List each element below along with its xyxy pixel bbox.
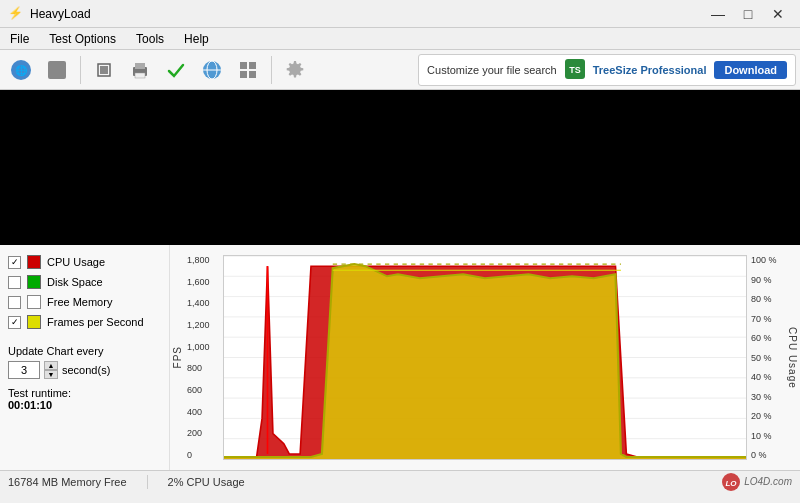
fps-tick-1200: 1,200 xyxy=(187,320,219,330)
cpu-tick-70: 70 % xyxy=(751,314,783,324)
svg-rect-13 xyxy=(240,71,247,78)
app-icon: ⚡ xyxy=(8,6,24,22)
cpu-checkbox[interactable] xyxy=(8,256,21,269)
cpu-tick-10: 10 % xyxy=(751,431,783,441)
menu-bar: File Test Options Tools Help xyxy=(0,28,800,50)
download-button[interactable]: Download xyxy=(714,61,787,79)
fps-axis-label: FPS xyxy=(170,341,185,373)
fps-checkbox[interactable] xyxy=(8,316,21,329)
close-button[interactable]: ✕ xyxy=(764,3,792,25)
toolbar-cpu-button[interactable] xyxy=(87,54,121,86)
fps-tick-0: 0 xyxy=(187,450,219,460)
svg-rect-14 xyxy=(249,71,256,78)
main-content: CPU Usage Disk Space Free Memory Frames … xyxy=(0,245,800,470)
legend-item-cpu: CPU Usage xyxy=(8,255,161,269)
chart-svg xyxy=(224,256,746,459)
fps-tick-600: 600 xyxy=(187,385,219,395)
toolbar-separator-1 xyxy=(80,56,81,84)
status-separator xyxy=(147,475,148,489)
window-controls: — □ ✕ xyxy=(704,3,792,25)
promo-text: Customize your file search xyxy=(427,64,557,76)
cpu-color-swatch xyxy=(27,255,41,269)
cpu-axis-label: CPU Usage xyxy=(785,322,800,394)
svg-rect-4 xyxy=(100,66,108,74)
toolbar: 🌐 Customize your file search TS TreeSize… xyxy=(0,50,800,90)
toolbar-settings-button[interactable] xyxy=(278,54,312,86)
toolbar-print-button[interactable] xyxy=(123,54,157,86)
menu-tools[interactable]: Tools xyxy=(126,30,174,48)
cpu-axis-ticks: 100 % 90 % 80 % 70 % 60 % 50 % 40 % 30 %… xyxy=(749,250,785,465)
legend-item-fps: Frames per Second xyxy=(8,315,161,329)
fps-axis-ticks: 1,800 1,600 1,400 1,200 1,000 800 600 40… xyxy=(185,250,221,465)
cpu-tick-0: 0 % xyxy=(751,450,783,460)
svg-rect-2 xyxy=(48,61,66,79)
lo4d-badge: LO LO4D.com xyxy=(721,472,792,492)
treesize-icon: TS xyxy=(565,59,585,81)
memory-color-swatch xyxy=(27,295,41,309)
update-section: Update Chart every ▲ ▼ second(s) Test ru… xyxy=(8,345,161,411)
memory-label: Free Memory xyxy=(47,296,112,308)
maximize-button[interactable]: □ xyxy=(734,3,762,25)
memory-free-status: 16784 MB Memory Free xyxy=(8,476,127,488)
title-bar-text: HeavyLoad xyxy=(30,7,704,21)
cpu-tick-40: 40 % xyxy=(751,372,783,382)
legend-panel: CPU Usage Disk Space Free Memory Frames … xyxy=(0,245,170,470)
toolbar-separator-2 xyxy=(271,56,272,84)
cpu-tick-20: 20 % xyxy=(751,411,783,421)
memory-checkbox[interactable] xyxy=(8,296,21,309)
fps-tick-1000: 1,000 xyxy=(187,342,219,352)
fps-tick-400: 400 xyxy=(187,407,219,417)
svg-text:LO: LO xyxy=(726,479,738,488)
svg-rect-12 xyxy=(249,62,256,69)
cpu-tick-100: 100 % xyxy=(751,255,783,265)
spinner-up-button[interactable]: ▲ xyxy=(44,361,58,370)
fps-label: Frames per Second xyxy=(47,316,144,328)
toolbar-stop-button[interactable] xyxy=(40,54,74,86)
test-runtime-value: 00:01:10 xyxy=(8,399,161,411)
chart-area: FPS 1,800 1,600 1,400 1,200 1,000 800 60… xyxy=(170,245,800,470)
preview-panel xyxy=(0,90,800,245)
test-runtime-label: Test runtime: xyxy=(8,387,161,399)
fps-tick-1400: 1,400 xyxy=(187,298,219,308)
title-bar: ⚡ HeavyLoad — □ ✕ xyxy=(0,0,800,28)
svg-rect-11 xyxy=(240,62,247,69)
minimize-button[interactable]: — xyxy=(704,3,732,25)
fps-tick-200: 200 xyxy=(187,428,219,438)
svg-rect-6 xyxy=(135,63,145,69)
disk-checkbox[interactable] xyxy=(8,276,21,289)
cpu-tick-50: 50 % xyxy=(751,353,783,363)
fps-color-swatch xyxy=(27,315,41,329)
legend-item-memory: Free Memory xyxy=(8,295,161,309)
svg-rect-7 xyxy=(135,73,145,78)
cpu-tick-60: 60 % xyxy=(751,333,783,343)
cpu-label: CPU Usage xyxy=(47,256,105,268)
promo-product: TreeSize Professional xyxy=(593,64,707,76)
menu-test-options[interactable]: Test Options xyxy=(39,30,126,48)
cpu-tick-80: 80 % xyxy=(751,294,783,304)
spinner-buttons: ▲ ▼ xyxy=(44,361,58,379)
legend-item-disk: Disk Space xyxy=(8,275,161,289)
update-interval-input[interactable] xyxy=(8,361,40,379)
disk-label: Disk Space xyxy=(47,276,103,288)
promo-banner: Customize your file search TS TreeSize P… xyxy=(418,54,796,86)
fps-tick-1600: 1,600 xyxy=(187,277,219,287)
menu-help[interactable]: Help xyxy=(174,30,219,48)
svg-text:TS: TS xyxy=(569,65,581,75)
cpu-usage-status: 2% CPU Usage xyxy=(168,476,245,488)
toolbar-back-button[interactable]: 🌐 xyxy=(4,54,38,86)
toolbar-check-button[interactable] xyxy=(159,54,193,86)
cpu-tick-30: 30 % xyxy=(751,392,783,402)
status-bar: 16784 MB Memory Free 2% CPU Usage LO LO4… xyxy=(0,470,800,492)
update-unit: second(s) xyxy=(62,364,110,376)
update-control: ▲ ▼ second(s) xyxy=(8,361,161,379)
fps-tick-1800: 1,800 xyxy=(187,255,219,265)
disk-color-swatch xyxy=(27,275,41,289)
toolbar-network-button[interactable] xyxy=(195,54,229,86)
toolbar-grid-button[interactable] xyxy=(231,54,265,86)
spinner-down-button[interactable]: ▼ xyxy=(44,370,58,379)
menu-file[interactable]: File xyxy=(0,30,39,48)
chart-container xyxy=(223,255,747,460)
cpu-tick-90: 90 % xyxy=(751,275,783,285)
svg-text:🌐: 🌐 xyxy=(15,64,28,77)
update-chart-label: Update Chart every xyxy=(8,345,161,357)
